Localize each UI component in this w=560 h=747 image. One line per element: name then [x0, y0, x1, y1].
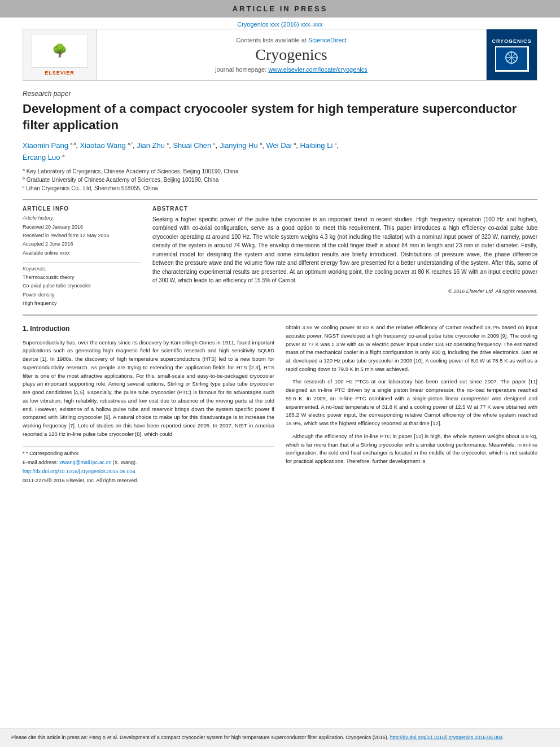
right-para-1: obtain 3.55 W cooling power at 80 K and … [286, 324, 537, 373]
footnote-corresponding-text: * Corresponding author. [26, 451, 80, 456]
footnote-star-icon: * [23, 451, 25, 456]
right-para-2: The research of 100 Hz PTCs at our labor… [286, 378, 537, 427]
email-link[interactable]: xtwang@mail.ipc.ac.cn [59, 460, 111, 465]
footnote-email: E-mail address: xtwang@mail.ipc.ac.cn (X… [23, 459, 274, 467]
intro-heading: 1. Introduction [23, 324, 274, 334]
elsevier-tree-icon: 🌳 [52, 43, 67, 58]
intro-para-1: Superconductivity has, over the century … [23, 339, 274, 439]
article-in-press-banner: ARTICLE IN PRESS [0, 0, 560, 18]
keyword-1: Thermoacoustic theory [23, 273, 141, 282]
received-date: Received 20 January 2016 [23, 223, 141, 231]
affiliations: a Key Laboratory of Cryogenics, Chinese … [23, 167, 537, 193]
keywords-header: Keywords: [23, 266, 141, 272]
sciencedirect-prefix: Contents lists available at [236, 37, 308, 43]
citation-bar: Please cite this article in press as: Pa… [0, 728, 560, 748]
abstract-header: ABSTRACT [152, 206, 537, 212]
affil-b-text: Graduate University of Chinese Academy o… [27, 176, 219, 184]
author-haibing-li[interactable]: Haibing Li [300, 141, 333, 150]
journal-homepage: journal homepage: www.elsevier.com/locat… [215, 66, 368, 73]
doi-link[interactable]: http://dx.doi.org/10.1016/j.cryogenics.2… [23, 469, 135, 474]
right-para-3: Although the efficiency of the in-line P… [286, 433, 537, 466]
author-xiaotao-wang[interactable]: Xiaotao Wang [80, 141, 126, 150]
homepage-prefix: journal homepage: [215, 66, 268, 73]
doi-line-text: Cryogenics xxx (2016) xxx–xxx [237, 21, 323, 28]
journal-name: Cryogenics [255, 46, 327, 64]
authors-line: Xiaomin Pang a,b, Xiaotao Wang a,*, Jian… [23, 140, 537, 164]
article-info-header: ARTICLE INFO [23, 206, 141, 212]
journal-center: Contents lists available at ScienceDirec… [97, 29, 486, 80]
citation-link[interactable]: http://dx.doi.org/10.1016/j.cryogenics.2… [390, 735, 503, 740]
main-content: Research paper Development of a compact … [0, 81, 560, 728]
email-label: E-mail address: [23, 460, 58, 465]
cryogenics-logo-image [495, 46, 529, 72]
author-jian-zhu[interactable]: Jian Zhu [137, 141, 165, 150]
abstract-col: ABSTRACT Seeking a higher specific power… [152, 206, 537, 308]
citation-text: Please cite this article in press as: Pa… [11, 735, 388, 740]
body-right-col: obtain 3.55 W cooling power at 80 K and … [286, 324, 537, 486]
cryogenics-logo-text: CRYOGENICS [492, 38, 531, 44]
keywords-list: Thermoacoustic theory Co-axial pulse tub… [23, 273, 141, 308]
journal-header: 🌳 ELSEVIER Contents lists available at S… [23, 29, 537, 81]
divider [23, 262, 141, 263]
affil-a-text: Key Laboratory of Cryogenics, Chinese Ac… [27, 167, 239, 176]
cryogenics-logo-section: CRYOGENICS [486, 29, 537, 80]
keyword-3: Power density [23, 291, 141, 299]
footnote-doi: http://dx.doi.org/10.1016/j.cryogenics.2… [23, 468, 274, 476]
abstract-text: Seeking a higher specific power of the p… [152, 215, 537, 285]
article-info-col: ARTICLE INFO Article history: Received 2… [23, 206, 141, 308]
body-left-col: 1. Introduction Superconductivity has, o… [23, 324, 274, 486]
article-title: Development of a compact cryocooler syst… [23, 101, 537, 133]
sciencedirect-link[interactable]: ScienceDirect [308, 37, 347, 43]
email-suffix: (X. Wang). [113, 460, 137, 465]
author-xiaomin-pang[interactable]: Xiaomin Pang [23, 141, 68, 150]
footnote-corresponding: * * Corresponding author. [23, 450, 274, 458]
sciencedirect-line: Contents lists available at ScienceDirec… [236, 37, 347, 43]
footnote-section: * * Corresponding author. E-mail address… [23, 446, 274, 485]
elsevier-label: ELSEVIER [45, 70, 75, 76]
copyright-line: © 2016 Elsevier Ltd. All rights reserved… [152, 289, 537, 294]
elsevier-logo-section: 🌳 ELSEVIER [23, 29, 97, 80]
article-dates: Received 20 January 2016 Received in rev… [23, 223, 141, 257]
authors-text: Xiaomin Pang a,b, Xiaotao Wang a,*, Jian… [23, 141, 339, 161]
affil-b: b Graduate University of Chinese Academy… [23, 176, 537, 184]
affil-a: a Key Laboratory of Cryogenics, Chinese … [23, 167, 537, 176]
author-ercang-luo[interactable]: Ercang Luo [23, 153, 60, 161]
author-jianying-hu[interactable]: Jianying Hu [220, 141, 258, 150]
body-section: 1. Introduction Superconductivity has, o… [23, 314, 537, 486]
accepted-date: Accepted 2 June 2016 [23, 240, 141, 248]
author-shuai-chen[interactable]: Shuai Chen [173, 141, 211, 150]
elsevier-logo-box: 🌳 [32, 34, 88, 68]
revised-date: Received in revised form 12 May 2016 [23, 231, 141, 240]
affil-c: c Lihan Cryogenics Co., Ltd, Shenzhen 51… [23, 184, 537, 193]
affil-c-text: Lihan Cryogenics Co., Ltd, Shenzhen 5180… [26, 184, 158, 193]
author-wei-dai[interactable]: Wei Dai [266, 141, 291, 150]
homepage-link[interactable]: www.elsevier.com/locate/cryogenics [268, 66, 367, 73]
doi-line: Cryogenics xxx (2016) xxx–xxx [0, 18, 560, 29]
article-info-abstract-section: ARTICLE INFO Article history: Received 2… [23, 199, 537, 308]
article-history-label: Article history: [23, 215, 141, 221]
online-date: Available online xxxx [23, 249, 141, 257]
page: ARTICLE IN PRESS Cryogenics xxx (2016) x… [0, 0, 560, 747]
footnote-issn: 0011-2275/© 2016 Elsevier, Inc. All righ… [23, 477, 274, 485]
research-paper-label: Research paper [23, 90, 537, 98]
banner-text: ARTICLE IN PRESS [233, 5, 328, 13]
keyword-4: High frequency [23, 299, 141, 308]
keyword-2: Co-axial pulse tube cryocooler [23, 282, 141, 290]
